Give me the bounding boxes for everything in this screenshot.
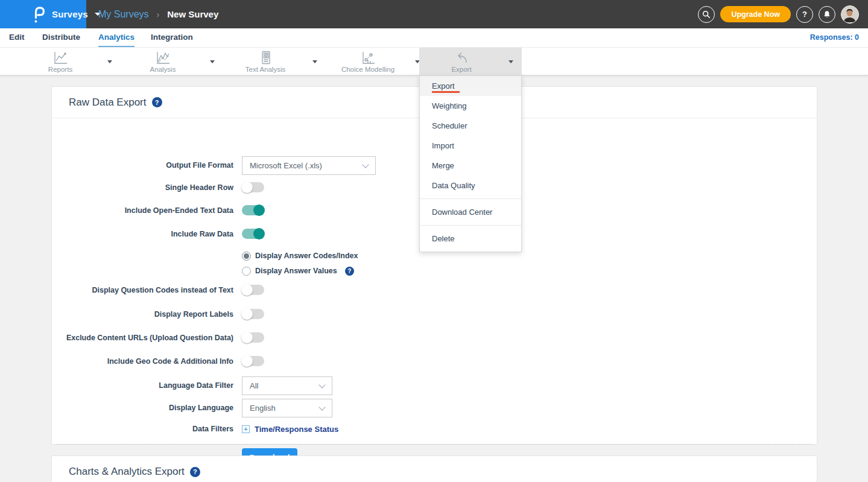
menu-item-scheduler[interactable]: Scheduler (420, 116, 521, 136)
expand-plus-icon: + (242, 425, 250, 433)
question-mark-icon: ? (802, 10, 807, 19)
menu-item-merge[interactable]: Merge (420, 156, 521, 176)
toolbar-label: Analysis (150, 66, 176, 73)
data-filters-label: Data Filters (52, 423, 233, 434)
output-file-format-label: Output File Format (52, 156, 233, 175)
display-language-label: Display Language (52, 399, 233, 417)
upgrade-now-button[interactable]: Upgrade Now (720, 6, 791, 22)
question-codes-label: Display Question Codes instead of Text (52, 285, 233, 296)
report-labels-toggle[interactable] (242, 309, 264, 319)
breadcrumb: My Surveys › New Survey (98, 0, 218, 28)
user-avatar[interactable] (841, 5, 859, 24)
tab-analytics[interactable]: Analytics (98, 28, 135, 47)
breadcrumb-current-survey: New Survey (167, 9, 218, 19)
language-data-filter-select[interactable]: All (242, 376, 332, 395)
menu-item-export[interactable]: Export (420, 76, 521, 96)
toolbar-export[interactable]: Export (419, 48, 522, 75)
panel-title: Charts & Analytics Export (69, 466, 185, 478)
help-icon[interactable]: ? (190, 467, 200, 477)
top-bar: Surveys My Surveys › New Survey Upgrade … (0, 0, 868, 28)
search-icon (702, 10, 711, 19)
chevron-down-icon[interactable] (210, 60, 215, 63)
charts-analytics-export-panel: Charts & Analytics Export ? (51, 455, 817, 482)
tab-integration[interactable]: Integration (151, 28, 193, 47)
include-open-ended-label: Include Open-Ended Text Data (52, 205, 233, 216)
questionpro-logo-icon (32, 5, 46, 24)
toolbar-text-analysis[interactable]: Text Analysis (223, 48, 326, 75)
toolbar-analysis[interactable]: Analysis (121, 48, 223, 75)
chevron-down-icon (318, 404, 325, 410)
product-name: Surveys (52, 9, 88, 19)
notifications-button[interactable] (819, 6, 835, 23)
reports-chart-icon (52, 51, 69, 65)
breadcrumb-separator: › (157, 10, 160, 19)
exclude-content-urls-toggle[interactable] (242, 332, 264, 343)
language-data-filter-label: Language Data Filter (52, 376, 233, 395)
bell-icon (823, 10, 831, 19)
chevron-down-icon (318, 381, 325, 388)
tab-edit[interactable]: Edit (9, 28, 25, 47)
report-labels-label: Display Report Labels (52, 309, 233, 320)
export-arrow-icon (454, 51, 470, 65)
tab-distribute[interactable]: Distribute (42, 28, 80, 47)
include-open-ended-toggle[interactable] (242, 205, 264, 215)
breadcrumb-my-surveys[interactable]: My Surveys (98, 9, 149, 20)
menu-item-download-center[interactable]: Download Center (420, 202, 521, 222)
export-dropdown-menu: Export Weighting Scheduler Import Merge … (419, 75, 522, 252)
current-item-underline (432, 91, 460, 93)
search-button[interactable] (698, 6, 715, 23)
menu-item-weighting[interactable]: Weighting (420, 96, 521, 116)
menu-item-data-quality[interactable]: Data Quality (420, 176, 521, 195)
answer-codes-radio-option[interactable]: Display Answer Codes/Index (242, 250, 358, 261)
form-divider (57, 444, 812, 445)
chevron-down-icon[interactable] (107, 60, 112, 63)
answer-values-radio-option[interactable]: Display Answer Values ? (242, 265, 358, 276)
single-header-row-label: Single Header Row (52, 182, 233, 193)
analytics-toolbar: Reports Analysis (0, 48, 868, 75)
menu-item-import[interactable]: Import (420, 136, 521, 156)
responses-count: Responses: 0 (810, 28, 859, 47)
menu-divider (420, 198, 521, 199)
toolbar-label: Export (451, 66, 471, 73)
question-codes-toggle[interactable] (242, 285, 264, 295)
survey-nav-tabs: Edit Distribute Analytics Integration Re… (0, 28, 868, 48)
help-icon[interactable]: ? (345, 267, 354, 276)
display-language-select[interactable]: English (242, 399, 332, 417)
chevron-down-icon (362, 161, 369, 168)
choice-modelling-chart-icon (360, 51, 376, 65)
text-analysis-document-icon (258, 51, 274, 65)
chevron-down-icon[interactable] (508, 60, 513, 63)
toolbar-choice-modelling[interactable]: Choice Modelling (326, 48, 428, 75)
geo-code-label: Include Geo Code & Additional Info (52, 356, 233, 367)
analysis-chart-icon (155, 51, 171, 65)
radio-unselected-icon[interactable] (242, 267, 251, 276)
geo-code-toggle[interactable] (242, 356, 264, 366)
menu-divider (420, 225, 521, 226)
product-switcher[interactable]: Surveys (0, 0, 86, 28)
toolbar-reports[interactable]: Reports (18, 48, 121, 75)
exclude-content-urls-label: Exclude Content URLs (Upload Question Da… (52, 332, 233, 343)
help-icon[interactable]: ? (152, 97, 162, 107)
include-raw-data-toggle[interactable] (242, 229, 264, 239)
chevron-down-icon[interactable] (312, 60, 317, 63)
menu-item-delete[interactable]: Delete (420, 229, 521, 249)
single-header-row-toggle[interactable] (242, 182, 264, 192)
toolbar-label: Choice Modelling (341, 66, 394, 73)
toolbar-label: Text Analysis (246, 66, 285, 73)
panel-title: Raw Data Export (69, 97, 147, 109)
toolbar-label: Reports (48, 66, 72, 73)
include-raw-data-label: Include Raw Data (52, 229, 233, 239)
radio-selected-icon[interactable] (242, 252, 251, 261)
output-file-format-select[interactable]: Microsoft Excel (.xls) (242, 156, 376, 175)
time-response-status-link[interactable]: + Time/Response Status (242, 423, 338, 434)
help-button[interactable]: ? (796, 6, 813, 23)
